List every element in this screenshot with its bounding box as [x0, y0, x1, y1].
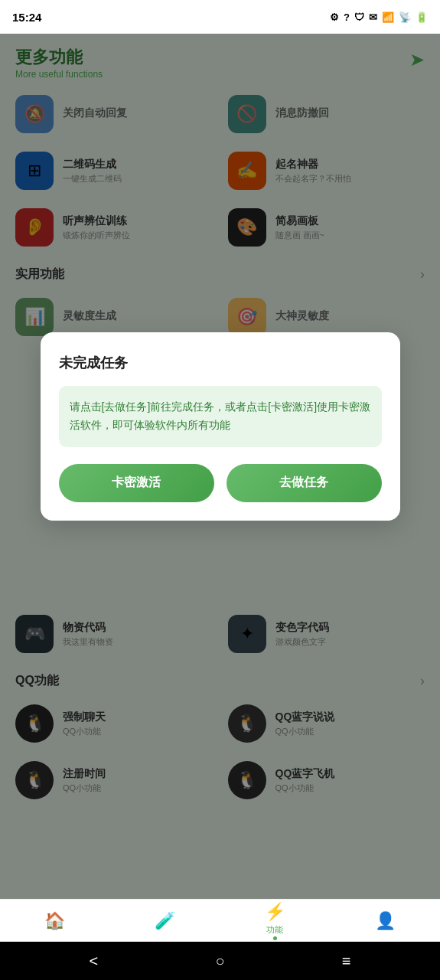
nav-item-home[interactable]: 🏠 [0, 911, 110, 931]
function-nav-label: 功能 [266, 924, 283, 936]
dialog: 未完成任务 请点击[去做任务]前往完成任务，或者点击[卡密激活]使用卡密激活软件… [41, 332, 400, 521]
dialog-title: 未完成任务 [59, 354, 382, 372]
activate-button[interactable]: 卡密激活 [59, 464, 214, 502]
status-time: 15:24 [12, 11, 41, 24]
nav-item-lab[interactable]: 🧪 [110, 911, 220, 931]
home-icon: 🏠 [44, 911, 65, 931]
profile-icon: 👤 [375, 911, 396, 931]
home-button[interactable]: ○ [215, 952, 224, 970]
status-icons: ⚙ ? 🛡 ✉ 📶 📡 🔋 [330, 11, 428, 23]
shield-icon: 🛡 [354, 11, 364, 23]
status-bar: 15:24 ⚙ ? 🛡 ✉ 📶 📡 🔋 [0, 0, 440, 34]
signal-icon: 📡 [399, 11, 411, 23]
settings-icon: ⚙ [330, 11, 339, 23]
dialog-message: 请点击[去做任务]前往完成任务，或者点击[卡密激活]使用卡密激活软件，即可体验软… [59, 386, 382, 447]
function-icon: ⚡ [265, 902, 285, 922]
menu-button[interactable]: ≡ [342, 952, 351, 970]
lab-icon: 🧪 [155, 911, 175, 931]
wifi-icon: 📶 [382, 11, 394, 23]
android-nav: < ○ ≡ [0, 942, 440, 980]
mail-icon: ✉ [369, 11, 377, 23]
nav-item-function[interactable]: ⚡ 功能 [220, 902, 331, 940]
nav-item-profile[interactable]: 👤 [330, 911, 440, 931]
active-dot [273, 936, 277, 940]
bottom-nav: 🏠 🧪 ⚡ 功能 👤 [0, 899, 440, 942]
dialog-buttons: 卡密激活 去做任务 [59, 464, 382, 502]
battery-icon: 🔋 [416, 11, 428, 23]
task-button[interactable]: 去做任务 [227, 464, 382, 502]
question-icon: ? [344, 11, 350, 23]
back-button[interactable]: < [90, 952, 99, 970]
main-content: 更多功能 More useful functions ➤ 🔕 关闭自动回复 🚫 … [0, 34, 440, 899]
